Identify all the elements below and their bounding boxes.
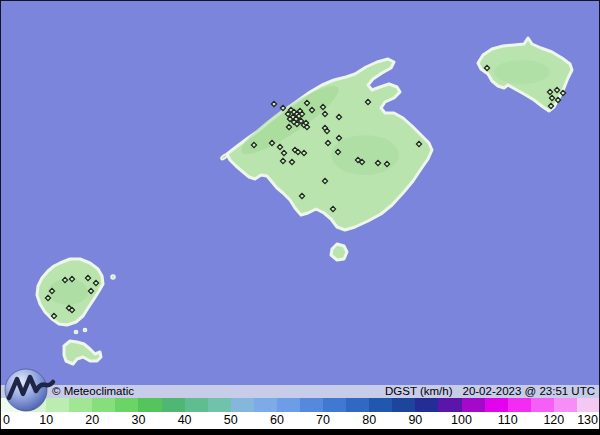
colorbar-tick-label: 90 (408, 413, 422, 428)
colorbar-segment (92, 398, 115, 412)
bottom-border-band (0, 429, 600, 435)
colorbar-segment (69, 398, 92, 412)
colorbar-segment (231, 398, 254, 412)
colorbar-segment (415, 398, 438, 412)
islet-espalmador-1 (74, 330, 77, 333)
colorbar-segment (554, 398, 577, 412)
meteoclimatic-logo (3, 366, 65, 412)
colorbar-segment (462, 398, 485, 412)
colorbar-tick-label: 0 (3, 413, 10, 428)
colorbar-tick-label: 10 (39, 413, 53, 428)
colorbar-segment (392, 398, 415, 412)
colorbar-tick-label: 60 (270, 413, 284, 428)
colorbar-segment (577, 398, 600, 412)
colorbar-segment (369, 398, 392, 412)
terrain-shading-mallorca-center (331, 135, 399, 175)
colorbar-segment (115, 398, 138, 412)
datetime-label: 20-02-2023 @ 23:51 UTC (463, 385, 596, 398)
colorbar-segment (346, 398, 369, 412)
island-cabrera (331, 244, 347, 260)
colorbar-segment (485, 398, 508, 412)
colorbar-segment (185, 398, 208, 412)
variable-label: DGST (km/h) (385, 385, 453, 398)
colorbar-tick-label: 40 (178, 413, 192, 428)
colorbar-segment (208, 398, 231, 412)
colorbar-segment (277, 398, 300, 412)
map-area (0, 0, 600, 385)
colorbar (0, 398, 600, 412)
colorbar-segment (162, 398, 185, 412)
colorbar-tick-label: 30 (132, 413, 146, 428)
islet-espalmador-2 (83, 328, 86, 331)
colorbar-segment (438, 398, 461, 412)
terrain-shading-menorca (494, 60, 550, 84)
colorbar-segment (323, 398, 346, 412)
colorbar-tick-label: 70 (316, 413, 330, 428)
colorbar-segment (254, 398, 277, 412)
colorbar-segment (138, 398, 161, 412)
colorbar-tick-label: 50 (224, 413, 238, 428)
colorbar-tick-label: 20 (85, 413, 99, 428)
colorbar-tick-label: 120 (543, 413, 564, 428)
weather-map-screenshot: © Meteoclimatic DGST (km/h) 20-02-2023 @… (0, 0, 600, 435)
islet-tagomago (111, 275, 115, 279)
colorbar-tick-label: 110 (498, 413, 518, 428)
colorbar-segment (531, 398, 554, 412)
attribution-band: © Meteoclimatic DGST (km/h) 20-02-2023 @… (0, 385, 600, 398)
colorbar-segment (508, 398, 531, 412)
colorbar-segment (300, 398, 323, 412)
colorbar-tick-label: 130 (577, 413, 598, 428)
colorbar-tick-label: 80 (362, 413, 376, 428)
colorbar-tick-row: 0102030405060708090100110120130 (0, 412, 600, 429)
colorbar-tick-label: 100 (451, 413, 472, 428)
